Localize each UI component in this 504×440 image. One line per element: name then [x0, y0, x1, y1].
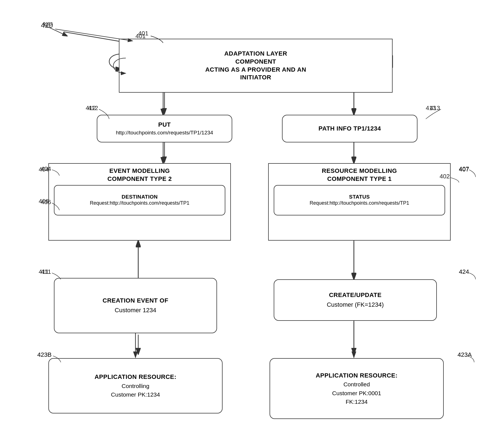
destination-title: DESTINATION [122, 194, 158, 200]
label-420-arrow: 420 [41, 22, 74, 39]
adaptation-layer-box: ADAPTATION LAYER COMPONENT ACTING AS A P… [119, 39, 393, 93]
label-423b: 423B [37, 351, 51, 358]
put-box: PUT http://touchpoints.com/requests/TP1/… [97, 115, 232, 142]
label-404: 404 [39, 166, 49, 173]
creation-event-title: CREATION EVENT OF [103, 297, 168, 305]
resource-modelling-box: RESOURCE MODELLING COMPONENT Type 1 STAT… [268, 163, 451, 241]
create-update-title: CREATE/UPDATE [329, 291, 382, 299]
app-resource-controlled-line2: Customer PK:0001 [332, 389, 381, 397]
app-resource-controlling-line2: Customer PK:1234 [111, 391, 160, 398]
put-value: http://touchpoints.com/requests/TP1/1234 [116, 129, 213, 136]
app-resource-controlled-line3: FK:1234 [346, 398, 367, 405]
label-424: 424 [459, 268, 469, 275]
svg-text:420: 420 [42, 22, 53, 27]
app-resource-controlled-line1: Controlled [343, 381, 370, 388]
put-title: PUT [158, 121, 171, 129]
path-info-box: PATH INFO TP1/1234 [282, 115, 417, 142]
event-modelling-title: EVENT MODELLING COMPONENT Type 2 [108, 167, 172, 183]
diagram: 420 401 ADAPTATION LAYER COMPONENT ACTIN… [0, 0, 504, 440]
label-412: 412 [86, 105, 96, 112]
path-info-title: PATH INFO TP1/1234 [318, 125, 381, 133]
status-title: STATUS [349, 194, 370, 200]
creation-event-box: CREATION EVENT OF Customer 1234 [54, 278, 217, 333]
create-update-box: CREATE/UPDATE Customer (FK=1234) [274, 279, 437, 321]
destination-value: Request:http://touchpoints.com/requests/… [90, 200, 189, 206]
event-modelling-box: EVENT MODELLING COMPONENT Type 2 DESTINA… [48, 163, 231, 241]
label-411: 411 [39, 268, 49, 275]
status-value: Request:http://touchpoints.com/requests/… [310, 200, 409, 206]
resource-modelling-title: RESOURCE MODELLING COMPONENT Type 1 [322, 167, 397, 183]
create-update-value: Customer (FK=1234) [327, 301, 384, 309]
label-406: 406 [39, 198, 49, 205]
label-423a: 423A [458, 351, 472, 358]
app-resource-controlled-title: APPLICATION RESOURCE: [316, 372, 398, 380]
app-resource-controlling-box: APPLICATION RESOURCE: Controlling Custom… [48, 358, 223, 413]
destination-inner-box: DESTINATION Request:http://touchpoints.c… [54, 185, 225, 215]
creation-event-value: Customer 1234 [115, 306, 156, 314]
label-407: 407 [459, 166, 469, 173]
app-resource-controlled-box: APPLICATION RESOURCE: Controlled Custome… [270, 358, 444, 419]
svg-text:420: 420 [41, 21, 53, 29]
label-413: 413 [426, 105, 436, 112]
app-resource-controlling-line1: Controlling [122, 382, 149, 390]
svg-line-12 [44, 25, 67, 36]
status-inner-box: STATUS Request:http://touchpoints.com/re… [274, 185, 445, 215]
app-resource-controlling-title: APPLICATION RESOURCE: [95, 373, 176, 381]
adaptation-layer-title: ADAPTATION LAYER COMPONENT ACTING AS A P… [205, 50, 306, 81]
